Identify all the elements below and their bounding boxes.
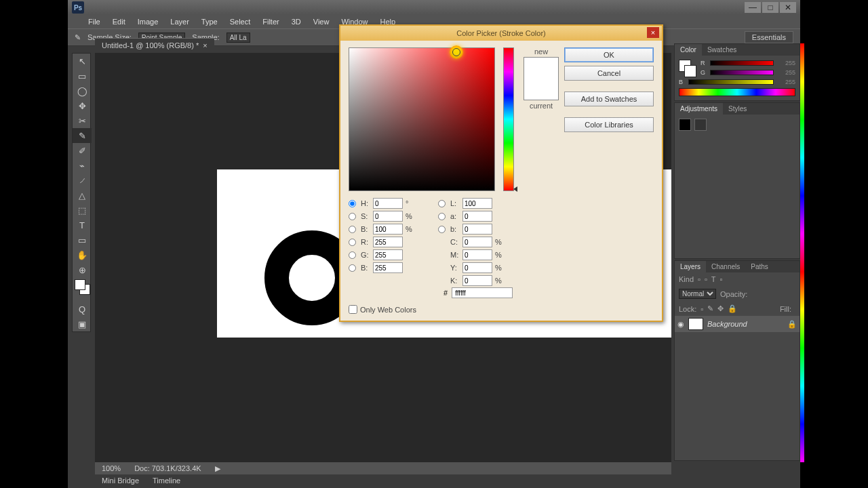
window-close-button[interactable]: ✕: [780, 2, 796, 13]
a-radio[interactable]: [438, 213, 446, 220]
menu-type[interactable]: Type: [201, 18, 218, 26]
c-input[interactable]: [462, 237, 492, 247]
hand-tool[interactable]: ✋: [73, 247, 92, 262]
menu-view[interactable]: View: [313, 18, 330, 26]
lab-b-input[interactable]: [462, 224, 492, 235]
blend-mode-dropdown[interactable]: Normal: [679, 289, 716, 299]
tab-swatches[interactable]: Swatches: [702, 44, 742, 56]
adjustment-preset[interactable]: [679, 119, 691, 131]
color-field-marker[interactable]: [450, 45, 463, 59]
dialog-close-button[interactable]: ×: [647, 27, 659, 38]
r-slider[interactable]: [710, 60, 774, 66]
quickmask-toggle[interactable]: Q: [73, 302, 92, 317]
tab-paths[interactable]: Paths: [745, 261, 774, 272]
pen-tool[interactable]: △: [73, 188, 92, 203]
s-input[interactable]: [373, 211, 403, 222]
menu-select[interactable]: Select: [230, 18, 251, 26]
color-field[interactable]: [349, 47, 495, 191]
tab-mini-bridge[interactable]: Mini Bridge: [102, 476, 139, 485]
l-input[interactable]: [462, 198, 492, 209]
add-to-swatches-button[interactable]: Add to Swatches: [564, 92, 654, 106]
shape-tool[interactable]: ⬚: [73, 203, 92, 218]
hue-handle-icon[interactable]: [513, 186, 517, 192]
visibility-eye-icon[interactable]: ◉: [677, 320, 684, 329]
brush-tool[interactable]: ✎: [73, 128, 92, 143]
tab-adjustments[interactable]: Adjustments: [675, 103, 723, 115]
filter-icon[interactable]: ▫: [705, 275, 707, 283]
workspace-switcher[interactable]: Essentials: [745, 31, 793, 43]
a-label: a:: [450, 212, 460, 220]
color-libraries-button[interactable]: Color Libraries: [564, 117, 654, 132]
window-minimize-button[interactable]: —: [745, 2, 761, 13]
layer-thumbnail[interactable]: [688, 318, 703, 330]
crop-tool[interactable]: ✥: [73, 98, 92, 113]
b-slider[interactable]: [688, 79, 774, 85]
pencil-tool[interactable]: ✐: [73, 143, 92, 158]
zoom-level[interactable]: 100%: [102, 464, 121, 472]
tab-layers[interactable]: Layers: [675, 261, 706, 272]
k-input[interactable]: [462, 275, 492, 286]
h-unit: °: [406, 199, 414, 207]
marquee-tool[interactable]: ▭: [73, 68, 92, 83]
clone-tool[interactable]: ⌁: [73, 158, 92, 173]
sample-dropdown[interactable]: All La: [226, 33, 250, 43]
g-radio[interactable]: [349, 251, 356, 259]
color-ramp[interactable]: [679, 88, 795, 96]
status-arrow-icon[interactable]: ▶: [215, 464, 220, 473]
menu-file[interactable]: File: [88, 18, 100, 26]
m-input[interactable]: [462, 249, 492, 260]
bl-radio[interactable]: [349, 264, 356, 272]
path-tool[interactable]: ▭: [73, 232, 92, 247]
eyedropper-tool[interactable]: ✂: [73, 113, 92, 128]
web-colors-checkbox[interactable]: [349, 305, 357, 314]
foreground-color-swatch[interactable]: [75, 279, 85, 290]
tab-channels[interactable]: Channels: [706, 261, 745, 272]
h-radio[interactable]: [349, 200, 356, 207]
lock-icon[interactable]: 🔒: [728, 304, 737, 313]
color-bg-swatch[interactable]: [684, 65, 696, 77]
br-input[interactable]: [373, 224, 403, 235]
menu-filter[interactable]: Filter: [262, 18, 279, 26]
lock-all-icon[interactable]: ✥: [717, 304, 724, 313]
s-radio[interactable]: [349, 213, 356, 220]
g-slider[interactable]: [710, 70, 774, 75]
h-input[interactable]: [373, 198, 403, 209]
document-tab-close-icon[interactable]: ×: [203, 41, 207, 49]
menu-3d[interactable]: 3D: [292, 18, 301, 26]
adjustment-preset[interactable]: [694, 119, 707, 131]
filter-icon[interactable]: ▫: [698, 275, 701, 283]
zoom-tool[interactable]: ⊕: [73, 262, 92, 277]
window-maximize-button[interactable]: □: [762, 2, 778, 13]
a-input[interactable]: [462, 211, 492, 222]
menu-edit[interactable]: Edit: [113, 18, 125, 26]
bl-input[interactable]: [373, 262, 403, 273]
y-input[interactable]: [462, 262, 492, 273]
move-tool[interactable]: ↖: [73, 54, 92, 68]
tab-color[interactable]: Color: [675, 44, 702, 56]
type-tool[interactable]: T: [73, 218, 92, 232]
gradient-tool[interactable]: ⟋: [73, 173, 92, 188]
hex-input[interactable]: [452, 287, 513, 298]
tab-styles[interactable]: Styles: [723, 103, 752, 115]
menu-layer[interactable]: Layer: [170, 18, 189, 26]
r-radio[interactable]: [349, 239, 356, 246]
lasso-tool[interactable]: ◯: [73, 83, 92, 98]
l-radio[interactable]: [438, 200, 446, 207]
br-radio[interactable]: [349, 226, 356, 233]
filter-icon[interactable]: ▫: [720, 275, 723, 283]
ok-button[interactable]: OK: [564, 47, 654, 62]
tab-timeline[interactable]: Timeline: [153, 476, 180, 485]
document-tab[interactable]: Untitled-1 @ 100% (RGB/8) * ×: [95, 38, 214, 52]
foreground-background-swatch[interactable]: [73, 277, 90, 302]
r-input[interactable]: [373, 237, 403, 247]
layer-row-background[interactable]: ◉ Background 🔒: [675, 316, 800, 332]
hue-slider[interactable]: [503, 47, 514, 191]
filter-icon[interactable]: T: [711, 275, 716, 283]
menu-image[interactable]: Image: [138, 18, 159, 26]
lab-b-radio[interactable]: [438, 226, 446, 233]
cancel-button[interactable]: Cancel: [564, 66, 654, 81]
lock-position-icon[interactable]: ✎: [707, 304, 713, 313]
g-input[interactable]: [373, 249, 403, 260]
lock-pixels-icon[interactable]: ▫: [701, 305, 703, 313]
screenmode-button[interactable]: ▣: [73, 317, 92, 331]
